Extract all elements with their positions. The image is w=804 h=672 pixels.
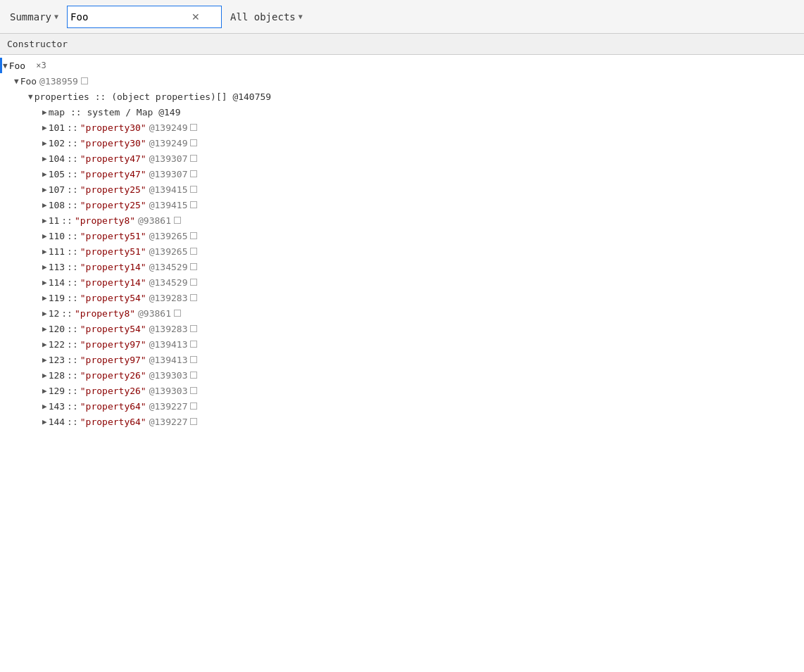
row-prop-name: "property26" — [80, 386, 146, 396]
row-prop-name: "property47" — [80, 153, 146, 164]
row-square-icon[interactable] — [190, 139, 197, 146]
row-obj-id: @93861 — [138, 215, 171, 226]
row-square-icon[interactable] — [190, 294, 197, 301]
tree-row[interactable]: 105 :: "property47" @139307 — [0, 166, 804, 182]
tree-row[interactable]: 113 :: "property14" @134529 — [0, 259, 804, 274]
row-toggle-icon[interactable] — [42, 262, 47, 272]
row-prop-name: "property25" — [80, 200, 146, 210]
row-square-icon[interactable] — [190, 325, 197, 332]
tree-row[interactable]: 119 :: "property54" @139283 — [0, 290, 804, 305]
row-square-icon[interactable] — [190, 356, 197, 363]
tree-row[interactable]: 110 :: "property51" @139265 — [0, 228, 804, 243]
row-toggle-icon[interactable] — [42, 216, 47, 225]
row-square-icon[interactable] — [190, 279, 197, 286]
tree-root-row[interactable]: Foo ×3 — [0, 58, 804, 73]
row-square-icon[interactable] — [190, 124, 197, 131]
tree-row[interactable]: 143 :: "property64" @139227 — [0, 398, 804, 414]
tree-row[interactable]: properties :: (object properties)[] @140… — [0, 89, 804, 104]
row-square-icon[interactable] — [190, 402, 197, 410]
tree-row[interactable]: 104 :: "property47" @139307 — [0, 151, 804, 166]
row-toggle-icon[interactable] — [42, 417, 47, 426]
row-square-icon[interactable] — [190, 372, 197, 379]
row-index: 104 — [49, 153, 65, 164]
tree-row[interactable]: 101 :: "property30" @139249 — [0, 120, 804, 135]
tree-row[interactable]: 128 :: "property26" @139303 — [0, 367, 804, 383]
row-index: 110 — [49, 231, 65, 241]
row-prop-name: "property54" — [80, 324, 146, 334]
root-toggle-icon[interactable] — [3, 61, 8, 70]
row-prop-name: "property30" — [80, 122, 146, 133]
row-toggle-icon[interactable] — [42, 185, 47, 194]
row-toggle-icon[interactable] — [42, 278, 47, 287]
row-square-icon[interactable] — [190, 341, 197, 348]
row-index: 12 — [49, 308, 60, 319]
all-objects-button[interactable]: All objects ▼ — [225, 8, 308, 25]
row-toggle-icon[interactable] — [42, 402, 47, 411]
row-toggle-icon[interactable] — [42, 355, 47, 364]
row-toggle-icon[interactable] — [42, 340, 47, 349]
row-square-icon[interactable] — [81, 77, 88, 84]
row-sep: :: — [61, 215, 73, 226]
search-input[interactable] — [70, 11, 190, 23]
row-toggle-icon[interactable] — [42, 232, 47, 241]
tree-row[interactable]: 123 :: "property97" @139413 — [0, 352, 804, 367]
row-index: 113 — [49, 262, 65, 272]
row-obj-id: @138959 — [39, 76, 78, 87]
tree-row[interactable]: 129 :: "property26" @139303 — [0, 383, 804, 398]
tree-row[interactable]: 102 :: "property30" @139249 — [0, 135, 804, 151]
row-square-icon[interactable] — [190, 232, 197, 239]
row-toggle-icon[interactable] — [42, 386, 47, 395]
row-toggle-icon[interactable] — [42, 170, 47, 179]
row-toggle-icon[interactable] — [14, 77, 19, 86]
row-sep: :: — [67, 417, 78, 427]
tree-row[interactable]: 120 :: "property54" @139283 — [0, 321, 804, 336]
row-square-icon[interactable] — [190, 263, 197, 270]
row-sep: :: — [67, 355, 78, 365]
tree-row[interactable]: 114 :: "property14" @134529 — [0, 274, 804, 290]
row-square-icon[interactable] — [174, 310, 181, 317]
row-toggle-icon[interactable] — [42, 154, 47, 163]
row-prop-name: "property14" — [80, 262, 146, 272]
row-square-icon[interactable] — [190, 201, 197, 208]
row-toggle-icon[interactable] — [42, 201, 47, 210]
row-square-icon[interactable] — [174, 217, 181, 224]
row-prop-name: "property30" — [80, 138, 146, 148]
row-toggle-icon[interactable] — [42, 309, 47, 318]
tree-row[interactable]: 144 :: "property64" @139227 — [0, 414, 804, 429]
row-square-icon[interactable] — [190, 186, 197, 193]
row-toggle-icon[interactable] — [42, 324, 47, 334]
row-obj-id: @139265 — [149, 246, 188, 257]
row-square-icon[interactable] — [190, 418, 197, 425]
row-toggle-icon[interactable] — [42, 247, 47, 256]
row-index: 105 — [49, 169, 65, 179]
row-prop-name: "property47" — [80, 169, 146, 179]
row-toggle-icon[interactable] — [42, 123, 47, 132]
all-objects-label: All objects — [230, 11, 296, 23]
row-toggle-icon[interactable] — [28, 92, 33, 101]
row-sep: :: — [67, 231, 78, 241]
tree-row[interactable]: Foo @138959 — [0, 73, 804, 89]
row-obj-id: @139249 — [149, 122, 188, 133]
row-toggle-icon[interactable] — [42, 293, 47, 303]
search-clear-button[interactable]: ✕ — [190, 11, 201, 23]
summary-button[interactable]: Summary ▼ — [4, 8, 64, 25]
tree-row[interactable]: 12 :: "property8" @93861 — [0, 305, 804, 321]
row-square-icon[interactable] — [190, 387, 197, 394]
row-prop-name: "property51" — [80, 246, 146, 257]
row-square-icon[interactable] — [190, 248, 197, 255]
tree-row[interactable]: 107 :: "property25" @139415 — [0, 182, 804, 197]
tree-row[interactable]: 108 :: "property25" @139415 — [0, 197, 804, 213]
row-toggle-icon[interactable] — [42, 108, 47, 117]
tree-row[interactable]: 111 :: "property51" @139265 — [0, 243, 804, 259]
tree-row[interactable]: 11 :: "property8" @93861 — [0, 213, 804, 228]
row-square-icon[interactable] — [190, 170, 197, 177]
tree-row[interactable]: map :: system / Map @149 — [0, 104, 804, 120]
row-toggle-icon[interactable] — [42, 371, 47, 380]
row-obj-id: @139415 — [149, 200, 188, 210]
row-square-icon[interactable] — [190, 155, 197, 162]
row-index: 123 — [49, 355, 65, 365]
row-toggle-icon[interactable] — [42, 139, 47, 148]
row-index: 108 — [49, 200, 65, 210]
row-sep: :: — [67, 138, 78, 148]
tree-row[interactable]: 122 :: "property97" @139413 — [0, 336, 804, 352]
